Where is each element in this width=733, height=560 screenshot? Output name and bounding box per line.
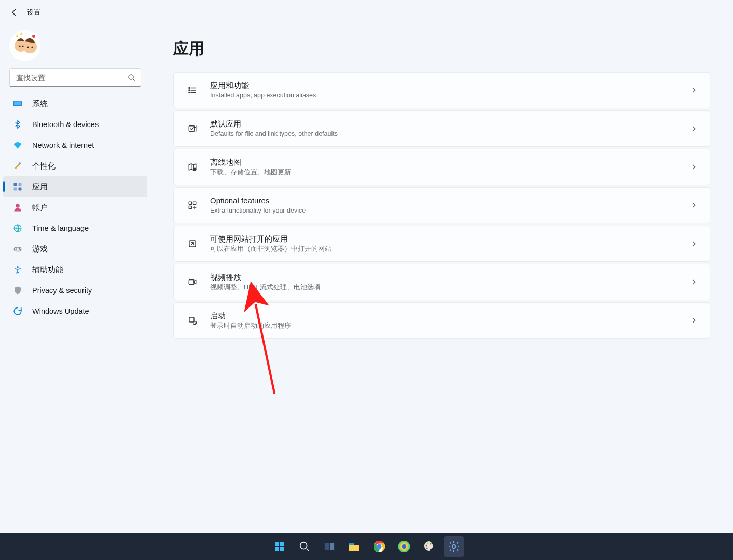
svg-point-21 xyxy=(17,266,19,268)
sidebar-item-label: Network & internet xyxy=(32,141,94,149)
svg-point-4 xyxy=(22,45,23,47)
svg-point-3 xyxy=(19,45,20,47)
sidebar: 系统Bluetooth & devicesNetwork & internet个… xyxy=(0,25,150,560)
card-startup[interactable]: 启动登录时自动启动的应用程序 xyxy=(173,302,710,339)
card-title: Optional features xyxy=(210,195,690,206)
taskbar-settings[interactable] xyxy=(444,536,464,557)
svg-point-6 xyxy=(31,46,33,48)
taskbar xyxy=(0,533,733,560)
chevron-right-icon xyxy=(690,202,697,209)
card-subtitle: 可以在应用（而非浏览器）中打开的网站 xyxy=(210,245,690,254)
svg-rect-37 xyxy=(280,542,284,546)
sidebar-item-privacy[interactable]: Privacy & security xyxy=(3,280,147,301)
card-offline-maps[interactable]: 离线地图下载、存储位置、地图更新 xyxy=(173,149,710,185)
card-default-apps[interactable]: 默认应用Defaults for file and link types, ot… xyxy=(173,110,710,147)
sidebar-item-accounts[interactable]: 帐户 xyxy=(3,197,147,218)
sidebar-item-apps[interactable]: 应用 xyxy=(3,176,147,197)
sidebar-item-label: 辅助功能 xyxy=(32,265,63,275)
start-icon xyxy=(273,540,286,553)
sidebar-item-label: Time & language xyxy=(32,224,89,232)
sidebar-item-system[interactable]: 系统 xyxy=(3,93,147,114)
svg-rect-31 xyxy=(189,280,194,285)
apps-icon xyxy=(12,181,23,192)
chrome-icon xyxy=(373,540,385,553)
monitor-icon xyxy=(12,99,23,109)
sidebar-item-label: 帐户 xyxy=(32,203,48,213)
gamepad-icon xyxy=(12,244,23,254)
svg-point-54 xyxy=(426,547,427,549)
svg-rect-36 xyxy=(275,542,279,546)
card-subtitle: Defaults for file and link types, other … xyxy=(210,130,690,138)
chevron-right-icon xyxy=(690,240,697,247)
bt-icon xyxy=(12,119,23,130)
taskbar-chrome[interactable] xyxy=(369,536,390,557)
page-title: 应用 xyxy=(173,38,710,60)
svg-point-22 xyxy=(189,87,190,88)
sidebar-item-time[interactable]: Time & language xyxy=(3,218,147,239)
brush-icon xyxy=(12,161,23,171)
wifi-icon xyxy=(12,140,23,150)
sidebar-item-label: 系统 xyxy=(32,99,48,109)
person-icon xyxy=(12,202,23,213)
card-optional[interactable]: Optional featuresExtra functionality for… xyxy=(173,187,710,223)
taskbar-paint[interactable] xyxy=(419,536,439,557)
sidebar-item-gaming[interactable]: 游戏 xyxy=(3,239,147,259)
svg-rect-29 xyxy=(193,202,196,204)
svg-point-55 xyxy=(452,545,455,548)
card-apps-features[interactable]: 应用和功能Installed apps, app execution alias… xyxy=(173,72,710,108)
taskbar-chrome-canary[interactable] xyxy=(394,536,414,557)
svg-rect-42 xyxy=(329,543,334,550)
update-icon xyxy=(12,306,23,316)
svg-rect-28 xyxy=(189,206,191,209)
explorer-icon xyxy=(348,541,361,552)
taskbar-search[interactable] xyxy=(294,536,315,557)
list-icon xyxy=(186,84,199,96)
svg-rect-12 xyxy=(14,183,17,186)
sidebar-item-update[interactable]: Windows Update xyxy=(3,301,147,321)
svg-rect-39 xyxy=(280,547,284,551)
svg-rect-13 xyxy=(19,183,22,186)
card-title: 视频播放 xyxy=(210,272,690,283)
sidebar-item-label: Privacy & security xyxy=(32,286,92,295)
settings-card-list: 应用和功能Installed apps, app execution alias… xyxy=(173,72,710,339)
svg-point-52 xyxy=(427,542,428,544)
startup-icon xyxy=(186,314,199,327)
svg-point-16 xyxy=(16,204,20,208)
sidebar-item-bluetooth[interactable]: Bluetooth & devices xyxy=(3,114,147,135)
svg-rect-14 xyxy=(14,188,17,191)
svg-point-7 xyxy=(32,35,35,38)
taskbar-start[interactable] xyxy=(269,536,290,557)
card-title: 可使用网站打开的应用 xyxy=(210,234,690,244)
taskbar-explorer[interactable] xyxy=(344,536,365,557)
card-title: 启动 xyxy=(210,311,690,321)
search-input[interactable] xyxy=(15,73,128,82)
default-icon xyxy=(186,122,199,135)
user-avatar[interactable] xyxy=(9,30,40,61)
sidebar-nav: 系统Bluetooth & devicesNetwork & internet个… xyxy=(0,93,150,321)
search-box[interactable] xyxy=(9,68,141,87)
card-website-apps[interactable]: 可使用网站打开的应用可以在应用（而非浏览器）中打开的网站 xyxy=(173,226,710,262)
sidebar-item-access[interactable]: 辅助功能 xyxy=(3,259,147,280)
chevron-right-icon xyxy=(690,87,697,94)
svg-rect-25 xyxy=(189,126,195,132)
svg-point-20 xyxy=(20,249,21,250)
sidebar-item-network[interactable]: Network & internet xyxy=(3,135,147,156)
video-icon xyxy=(186,276,199,288)
svg-point-50 xyxy=(402,544,406,549)
sidebar-item-label: 个性化 xyxy=(32,161,56,171)
sidebar-item-personalize[interactable]: 个性化 xyxy=(3,156,147,176)
svg-point-40 xyxy=(300,542,307,549)
taskview-icon xyxy=(324,541,335,552)
svg-rect-27 xyxy=(189,202,191,204)
sidebar-item-label: Bluetooth & devices xyxy=(32,120,99,129)
paint-icon xyxy=(423,540,435,553)
card-video[interactable]: 视频播放视频调整、HDR 流式处理、电池选项 xyxy=(173,264,710,300)
taskbar-taskview[interactable] xyxy=(319,536,340,557)
card-subtitle: 视频调整、HDR 流式处理、电池选项 xyxy=(210,283,690,292)
card-title: 应用和功能 xyxy=(210,80,690,91)
svg-point-51 xyxy=(425,544,427,546)
back-button[interactable] xyxy=(7,5,22,20)
access-icon xyxy=(12,264,23,275)
shield-icon xyxy=(12,285,23,296)
card-subtitle: 下载、存储位置、地图更新 xyxy=(210,168,690,177)
